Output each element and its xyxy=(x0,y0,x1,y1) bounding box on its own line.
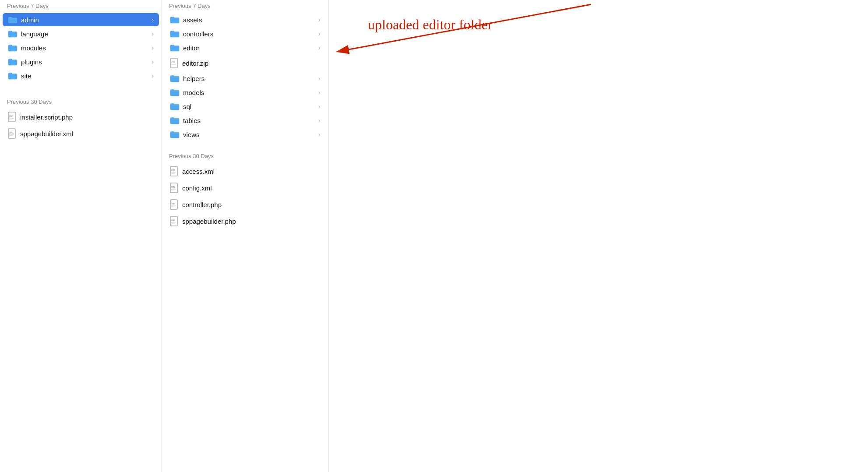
folder-item-sql[interactable]: sql › xyxy=(165,100,325,113)
folder-icon-sql xyxy=(170,102,180,110)
folder-label-tables: tables xyxy=(183,117,317,124)
column-3: uploaded editor folder xyxy=(328,0,868,472)
folder-label-models: models xyxy=(183,89,317,96)
file-label-config-xml: config.xml xyxy=(182,184,320,192)
folder-label-assets: assets xyxy=(183,16,317,24)
folder-item-plugins[interactable]: plugins › xyxy=(3,55,159,68)
folder-icon-controllers xyxy=(170,30,180,38)
folder-item-tables[interactable]: tables › xyxy=(165,114,325,127)
folder-icon-models xyxy=(170,88,180,96)
chevron-modules: › xyxy=(152,45,154,51)
folder-icon-admin xyxy=(8,16,18,24)
column-1: Previous 7 Days admin › language › xyxy=(0,0,162,472)
svg-text:XML: XML xyxy=(9,131,14,134)
chevron-assets: › xyxy=(318,17,320,23)
folder-label-modules: modules xyxy=(21,44,150,52)
folder-label-sql: sql xyxy=(183,103,317,110)
col2-section1-header: Previous 7 Days xyxy=(162,0,328,13)
folder-item-assets[interactable]: assets › xyxy=(165,13,325,26)
folder-item-editor[interactable]: editor › xyxy=(165,41,325,54)
file-icon-editor-zip: ZIP xyxy=(170,58,179,68)
folder-label-editor: editor xyxy=(183,44,317,52)
column-2: Previous 7 Days assets › controllers › xyxy=(162,0,328,472)
folder-icon-tables xyxy=(170,116,180,124)
folder-item-models[interactable]: models › xyxy=(165,86,325,99)
folder-icon-views xyxy=(170,130,180,138)
svg-text:PHP: PHP xyxy=(9,115,13,117)
folder-icon-editor xyxy=(170,44,180,52)
chevron-controllers: › xyxy=(318,31,320,37)
file-item-controller-php[interactable]: PHP controller.php xyxy=(165,197,325,212)
file-label-sppagebuilder-php: sppagebuilder.php xyxy=(182,218,320,225)
arrow-annotation xyxy=(328,0,635,88)
svg-text:XML: XML xyxy=(171,169,176,172)
annotation-text: uploaded editor folder xyxy=(368,17,492,33)
file-item-editor-zip[interactable]: ZIP editor.zip xyxy=(165,55,325,71)
chevron-views: › xyxy=(318,131,320,138)
chevron-editor: › xyxy=(318,45,320,51)
svg-text:ZIP: ZIP xyxy=(171,61,175,63)
folder-label-site: site xyxy=(21,72,150,80)
col1-section2-header: Previous 30 Days xyxy=(0,96,162,109)
file-item-installer-script[interactable]: PHP installer.script.php xyxy=(3,109,159,125)
folder-label-language: language xyxy=(21,30,150,38)
file-icon-controller-php: PHP xyxy=(170,199,179,210)
folder-icon-site xyxy=(8,72,18,80)
folder-item-views[interactable]: views › xyxy=(165,128,325,141)
folder-item-controllers[interactable]: controllers › xyxy=(165,27,325,40)
col2-section2-header: Previous 30 Days xyxy=(162,150,328,163)
chevron-plugins: › xyxy=(152,59,154,65)
file-icon-access-xml: XML xyxy=(170,166,179,176)
file-label-editor-zip: editor.zip xyxy=(182,60,320,67)
svg-text:XML: XML xyxy=(171,185,176,188)
folder-label-admin: admin xyxy=(21,16,150,24)
folder-icon-helpers xyxy=(170,74,180,82)
folder-item-modules[interactable]: modules › xyxy=(3,41,159,54)
col1-section1-header: Previous 7 Days xyxy=(0,0,162,13)
file-label-sppagebuilder-xml: sppagebuilder.xml xyxy=(20,130,154,137)
svg-text:PHP: PHP xyxy=(171,219,175,222)
folder-icon-plugins xyxy=(8,58,18,66)
chevron-admin: › xyxy=(152,17,154,23)
file-icon-sppagebuilder-xml: XML xyxy=(8,128,17,139)
file-item-sppagebuilder-xml[interactable]: XML sppagebuilder.xml xyxy=(3,126,159,141)
chevron-language: › xyxy=(152,31,154,37)
file-icon-config-xml: XML xyxy=(170,183,179,193)
file-item-sppagebuilder-php[interactable]: PHP sppagebuilder.php xyxy=(165,213,325,229)
folder-label-plugins: plugins xyxy=(21,58,150,66)
svg-line-27 xyxy=(337,4,591,52)
chevron-tables: › xyxy=(318,117,320,124)
folder-label-controllers: controllers xyxy=(183,30,317,38)
file-item-access-xml[interactable]: XML access.xml xyxy=(165,163,325,179)
file-item-config-xml[interactable]: XML config.xml xyxy=(165,180,325,196)
file-label-controller-php: controller.php xyxy=(182,201,320,208)
chevron-site: › xyxy=(152,73,154,79)
file-label-access-xml: access.xml xyxy=(182,168,320,175)
folder-icon-language xyxy=(8,30,18,38)
svg-text:PHP: PHP xyxy=(171,202,175,205)
file-label-installer-script: installer.script.php xyxy=(20,113,154,121)
folder-item-language[interactable]: language › xyxy=(3,27,159,40)
folder-item-admin[interactable]: admin › xyxy=(3,13,159,26)
folder-item-site[interactable]: site › xyxy=(3,69,159,82)
folder-label-helpers: helpers xyxy=(183,75,317,82)
folder-item-helpers[interactable]: helpers › xyxy=(165,72,325,85)
file-icon-installer-script: PHP xyxy=(8,112,17,122)
chevron-helpers: › xyxy=(318,75,320,82)
folder-label-views: views xyxy=(183,131,317,138)
folder-icon-modules xyxy=(8,44,18,52)
file-icon-sppagebuilder-php: PHP xyxy=(170,216,179,226)
chevron-sql: › xyxy=(318,103,320,110)
folder-icon-assets xyxy=(170,16,180,24)
chevron-models: › xyxy=(318,89,320,96)
